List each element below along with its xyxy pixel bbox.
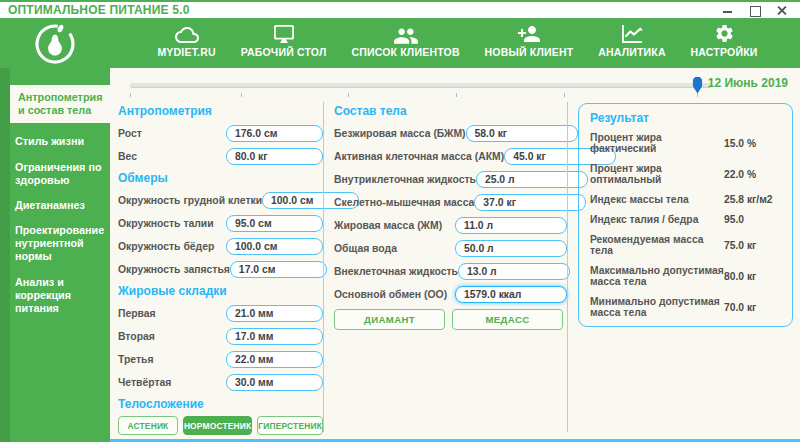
sidebar-item-health-restrictions[interactable]: Ограничения по здоровью bbox=[0, 161, 110, 187]
nav-label: АНАЛИТИКА bbox=[598, 46, 666, 58]
slider-tick bbox=[241, 93, 242, 97]
slider-tick bbox=[348, 93, 349, 97]
field-row: Общая вода bbox=[334, 240, 567, 257]
sidebar-item-lifestyle[interactable]: Стиль жизни bbox=[0, 135, 110, 148]
field-label: Внеклеточная жидкость bbox=[334, 266, 458, 277]
minimize-icon[interactable] bbox=[722, 4, 734, 16]
nav-item-analytics[interactable]: АНАЛИТИКА bbox=[598, 24, 666, 58]
result-label: Минимально допустимая масса тела bbox=[590, 296, 724, 318]
section-title-anthropometry: Антропометрия bbox=[118, 104, 323, 118]
fat-free-mass-input[interactable] bbox=[466, 125, 578, 142]
result-value: 80.0 кг bbox=[724, 271, 782, 282]
sidebar-item-nutrient-norm[interactable]: Проектирование нутриентной нормы bbox=[0, 224, 110, 264]
field-row: Безжировая масса (БЖМ) bbox=[334, 125, 567, 142]
field-label: Общая вода bbox=[334, 243, 397, 254]
skinfold-4-input[interactable] bbox=[226, 374, 323, 391]
results-column: Результат Процент жира фактический 15.0 … bbox=[568, 100, 793, 442]
result-label: Рекомендуемая масса тела bbox=[590, 234, 724, 256]
skinfold-1-input[interactable] bbox=[226, 305, 323, 322]
section-title-composition: Состав тела bbox=[334, 104, 567, 118]
sidebar-item-anthropometry[interactable]: Антропометрия и состав тела bbox=[10, 85, 110, 123]
skinfold-2-input[interactable] bbox=[226, 328, 323, 345]
field-row: Первая bbox=[118, 305, 323, 322]
sidebar-item-diet-history[interactable]: Диетанамнез bbox=[0, 199, 110, 212]
waist-girth-input[interactable] bbox=[226, 215, 323, 232]
sidebar-item-analysis-correction[interactable]: Анализ и коррекция питания bbox=[0, 276, 110, 316]
field-label: Внутриклеточная жидкость bbox=[334, 174, 476, 185]
result-value: 75.0 кг bbox=[724, 240, 782, 251]
main-nav: MYDIET.RU РАБОЧИЙ СТОЛ СПИСОК КЛИЕНТОВ Н… bbox=[0, 18, 800, 68]
result-row: Максимально допустимая масса тела 80.0 к… bbox=[590, 265, 782, 287]
height-input[interactable] bbox=[226, 125, 323, 142]
field-label: Четвёртая bbox=[118, 377, 171, 388]
app-logo[interactable] bbox=[0, 20, 110, 66]
field-row: Вес bbox=[118, 148, 323, 165]
pear-icon bbox=[32, 20, 78, 66]
date-slider-handle[interactable] bbox=[692, 77, 703, 94]
basal-metabolism-input[interactable] bbox=[455, 286, 567, 303]
nav-item-settings[interactable]: НАСТРОЙКИ bbox=[691, 23, 758, 58]
window-controls bbox=[722, 4, 792, 16]
result-row: Рекомендуемая масса тела 75.0 кг bbox=[590, 234, 782, 256]
field-row: Вторая bbox=[118, 328, 323, 345]
maximize-icon[interactable] bbox=[749, 4, 761, 16]
field-row: Рост bbox=[118, 125, 323, 142]
result-row: Процент жира фактический 15.0 % bbox=[590, 132, 782, 154]
device-buttons: ДИАМАНТ МЕДАСС bbox=[334, 309, 567, 330]
result-value: 25.8 кг/м2 bbox=[724, 194, 782, 205]
normosthenic-button[interactable]: НОРМОСТЕНИК bbox=[183, 416, 252, 435]
field-row: Жировая масса (ЖМ) bbox=[334, 217, 567, 234]
asthenic-button[interactable]: АСТЕНИК bbox=[118, 416, 178, 435]
nav-label: РАБОЧИЙ СТОЛ bbox=[241, 46, 327, 58]
skinfold-3-input[interactable] bbox=[226, 351, 323, 368]
nav-item-client-list[interactable]: СПИСОК КЛИЕНТОВ bbox=[351, 25, 459, 58]
field-label: Третья bbox=[118, 354, 153, 365]
diamant-button[interactable]: ДИАМАНТ bbox=[334, 309, 445, 330]
wrist-girth-input[interactable] bbox=[230, 261, 327, 278]
nav-item-desktop[interactable]: РАБОЧИЙ СТОЛ bbox=[241, 24, 327, 58]
gear-icon bbox=[714, 23, 735, 44]
field-label: Активная клеточная масса (АКМ) bbox=[334, 151, 504, 162]
nav-label: НОВЫЙ КЛИЕНТ bbox=[485, 46, 574, 58]
body-type-options: АСТЕНИК НОРМОСТЕНИК ГИПЕРСТЕНИК bbox=[118, 416, 323, 435]
weight-input[interactable] bbox=[226, 148, 323, 165]
total-water-input[interactable] bbox=[455, 240, 567, 257]
section-title-body-type: Телосложение bbox=[118, 397, 323, 411]
field-row: Окружность грудной клетки bbox=[118, 192, 323, 209]
extracellular-fluid-input[interactable] bbox=[458, 263, 570, 280]
field-label: Вес bbox=[118, 151, 137, 162]
field-label: Окружность бёдер bbox=[118, 241, 214, 252]
field-label: Окружность запястья bbox=[118, 264, 230, 275]
window-title: ОПТИМАЛЬНОЕ ПИТАНИЕ 5.0 bbox=[8, 3, 190, 17]
field-label: Основной обмен (ОО) bbox=[334, 289, 447, 300]
result-label: Индекс талия / бедра bbox=[590, 214, 724, 225]
nav-label: СПИСОК КЛИЕНТОВ bbox=[351, 46, 459, 58]
content-columns: Антропометрия Рост Вес Обмеры Окружность… bbox=[110, 100, 800, 442]
date-slider-track[interactable] bbox=[130, 83, 712, 88]
result-value: 22.0 % bbox=[724, 169, 782, 180]
field-row: Активная клеточная масса (АКМ) bbox=[334, 148, 567, 165]
nav-items: MYDIET.RU РАБОЧИЙ СТОЛ СПИСОК КЛИЕНТОВ Н… bbox=[110, 23, 800, 63]
medass-button[interactable]: МЕДАСС bbox=[452, 309, 563, 330]
nav-item-new-client[interactable]: НОВЫЙ КЛИЕНТ bbox=[485, 25, 574, 58]
field-label: Вторая bbox=[118, 331, 155, 342]
field-row: Четвёртая bbox=[118, 374, 323, 391]
fat-mass-input[interactable] bbox=[455, 217, 567, 234]
field-label: Скелетно-мышечная масса bbox=[334, 197, 474, 208]
close-icon[interactable] bbox=[776, 4, 788, 16]
nav-label: НАСТРОЙКИ bbox=[691, 46, 758, 58]
result-value: 95.0 bbox=[724, 214, 782, 225]
hypersthenic-button[interactable]: ГИПЕРСТЕНИК bbox=[257, 416, 323, 435]
monitor-icon bbox=[273, 24, 295, 44]
result-row: Индекс талия / бедра 95.0 bbox=[590, 214, 782, 225]
field-row: Внеклеточная жидкость bbox=[334, 263, 567, 280]
field-label: Первая bbox=[118, 308, 156, 319]
field-label: Жировая масса (ЖМ) bbox=[334, 220, 442, 231]
results-box: Результат Процент жира фактический 15.0 … bbox=[578, 103, 793, 327]
slider-tick bbox=[130, 93, 131, 97]
result-value: 15.0 % bbox=[724, 138, 782, 149]
field-row: Окружность запястья bbox=[118, 261, 323, 278]
field-label: Окружность талии bbox=[118, 218, 214, 229]
hip-girth-input[interactable] bbox=[226, 238, 323, 255]
nav-item-mydiet[interactable]: MYDIET.RU bbox=[157, 25, 215, 58]
